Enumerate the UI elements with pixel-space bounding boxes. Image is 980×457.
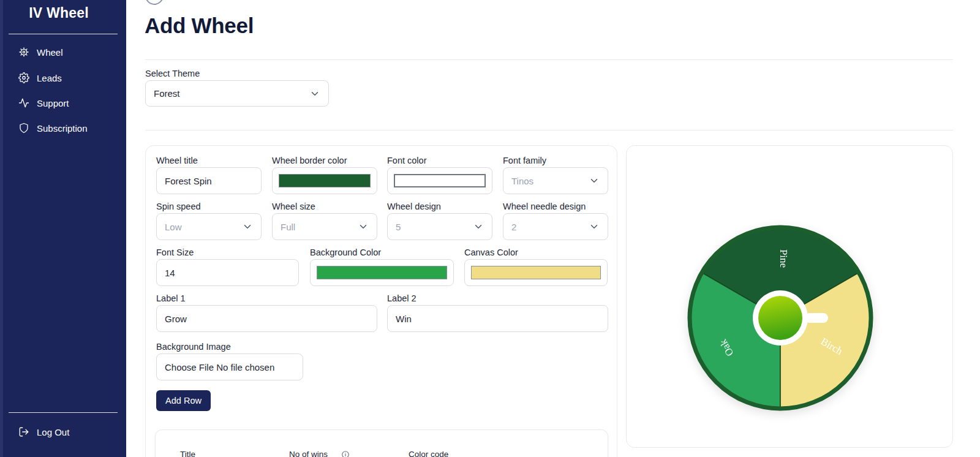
- wheel-design-label: Wheel design: [387, 202, 441, 211]
- page-title: Add Wheel: [145, 13, 254, 38]
- sidebar-item-leads[interactable]: Leads: [0, 67, 126, 88]
- theme-select-value: Forest: [154, 88, 180, 99]
- sidebar-item-label: Wheel: [37, 47, 63, 58]
- wheel-border-color-label: Wheel border color: [272, 156, 347, 165]
- add-row-button[interactable]: Add Row: [156, 390, 211, 411]
- sidebar-item-label: Subscription: [37, 123, 88, 134]
- font-family-select[interactable]: Tinos: [503, 167, 608, 194]
- wheel-needle: [805, 313, 828, 323]
- wheel-border-color-picker[interactable]: [272, 167, 377, 194]
- ship-wheel-icon: [18, 47, 29, 58]
- section-divider: [145, 130, 953, 130]
- font-size-value: 14: [165, 268, 175, 278]
- wheel-title-input[interactable]: Forest Spin: [156, 167, 262, 194]
- wheel-preview[interactable]: Pine Oak Birch: [682, 220, 878, 416]
- theme-select[interactable]: Forest: [145, 80, 329, 107]
- logout-button[interactable]: Log Out: [0, 421, 126, 442]
- spin-speed-label: Spin speed: [156, 202, 201, 211]
- sidebar-item-label: Leads: [37, 73, 62, 83]
- font-color-label: Font color: [387, 156, 426, 165]
- table-col-title: Title: [180, 450, 195, 457]
- sidebar-divider-bottom: [9, 412, 118, 413]
- sidebar-item-support[interactable]: Support: [0, 93, 126, 113]
- logout-icon: [18, 426, 29, 437]
- label1-input[interactable]: Grow: [156, 305, 377, 332]
- wheel-size-select[interactable]: Full: [272, 213, 377, 240]
- app-root: IV Wheel Wheel Leads Support: [0, 0, 980, 457]
- table-col-color-code: Color code: [409, 450, 448, 457]
- background-image-value: Choose File No file chosen: [165, 362, 274, 372]
- wheel-design-value: 5: [396, 222, 401, 232]
- canvas-color-label: Canvas Color: [464, 247, 518, 257]
- canvas-color-picker[interactable]: [464, 259, 608, 286]
- background-color-picker[interactable]: [310, 259, 454, 286]
- brand-title: IV Wheel: [0, 5, 118, 21]
- sidebar: IV Wheel Wheel Leads Support: [0, 0, 126, 457]
- chevron-down-icon: [589, 221, 600, 232]
- top-avatar[interactable]: [145, 0, 164, 5]
- header-divider: [145, 59, 953, 60]
- chevron-down-icon: [309, 88, 320, 99]
- label2-label: Label 2: [387, 293, 417, 303]
- table-col-no-of-wins: No of wins: [289, 450, 328, 457]
- select-theme-label: Select Theme: [145, 69, 200, 78]
- wheel-title-label: Wheel title: [156, 156, 198, 165]
- wheel-size-label: Wheel size: [272, 202, 315, 211]
- chevron-down-icon: [589, 175, 600, 186]
- logout-label: Log Out: [37, 427, 69, 437]
- chevron-down-icon: [358, 221, 369, 232]
- background-image-label: Background Image: [156, 342, 231, 352]
- spin-speed-value: Low: [165, 222, 182, 232]
- wheel-preview-card: Pine Oak Birch: [626, 145, 953, 448]
- background-color-swatch: [317, 266, 447, 279]
- wheel-design-select[interactable]: 5: [387, 213, 492, 240]
- canvas-color-swatch: [471, 266, 601, 279]
- rows-table-card: Title No of wins Color code: [155, 429, 608, 457]
- wheel-title-value: Forest Spin: [165, 176, 212, 186]
- font-color-swatch: [394, 174, 486, 187]
- wheel-border-color-swatch: [279, 174, 371, 187]
- sidebar-item-label: Support: [37, 98, 69, 108]
- info-icon[interactable]: [341, 450, 350, 457]
- wheel-needle-design-label: Wheel needle design: [503, 202, 586, 211]
- label1-value: Grow: [165, 314, 187, 324]
- wheel-size-value: Full: [281, 222, 295, 232]
- chevron-down-icon: [242, 221, 253, 232]
- background-image-file-input[interactable]: Choose File No file chosen: [156, 353, 303, 380]
- label2-value: Win: [396, 314, 412, 324]
- activity-icon: [18, 97, 29, 108]
- font-family-label: Font family: [503, 156, 546, 165]
- wheel-label-pine: Pine: [778, 249, 790, 268]
- font-color-picker[interactable]: [387, 167, 492, 194]
- sidebar-item-subscription[interactable]: Subscription: [0, 118, 126, 138]
- wheel-form-card: Wheel title Forest Spin Wheel border col…: [145, 145, 617, 457]
- chevron-down-icon: [473, 221, 484, 232]
- wheel-needle-design-value: 2: [511, 222, 516, 232]
- wheel-center-button[interactable]: [758, 296, 802, 340]
- label1-label: Label 1: [156, 293, 186, 303]
- wheel-needle-design-select[interactable]: 2: [503, 213, 608, 240]
- label2-input[interactable]: Win: [387, 305, 608, 332]
- background-color-label: Background Color: [310, 247, 381, 257]
- font-size-input[interactable]: 14: [156, 259, 299, 286]
- font-family-value: Tinos: [511, 176, 533, 186]
- font-size-label: Font Size: [156, 247, 194, 257]
- sidebar-divider-top: [9, 34, 118, 34]
- gear-icon: [18, 72, 29, 83]
- sidebar-item-wheel[interactable]: Wheel: [0, 42, 126, 62]
- shield-icon: [18, 123, 29, 134]
- spin-speed-select[interactable]: Low: [156, 213, 262, 240]
